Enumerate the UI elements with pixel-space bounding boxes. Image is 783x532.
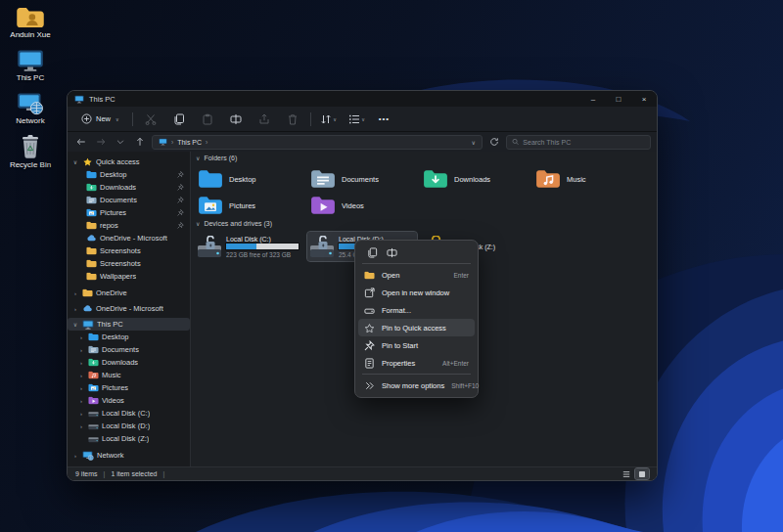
chevron-collapsed-icon[interactable]: › bbox=[77, 385, 85, 391]
capacity-bar bbox=[226, 244, 299, 249]
chevron-collapsed-icon[interactable]: › bbox=[77, 334, 85, 340]
sidebar-item-this-pc[interactable]: ∨ This PC bbox=[68, 318, 190, 331]
sidebar-item-onedrive-microsoft-qa[interactable]: OneDrive - Microsoft bbox=[68, 232, 190, 244]
chevron-collapsed-icon[interactable]: › bbox=[71, 453, 79, 459]
context-menu-item-pin-to-start[interactable]: Pin to Start bbox=[358, 336, 475, 354]
chevron-collapsed-icon[interactable]: › bbox=[77, 423, 85, 429]
folder-tile-downloads[interactable]: Downloads bbox=[420, 166, 530, 192]
search-input[interactable] bbox=[523, 139, 645, 146]
sidebar-item-pc-music[interactable]: › Music bbox=[68, 369, 190, 381]
details-view-button[interactable] bbox=[620, 468, 633, 479]
share-button[interactable] bbox=[253, 111, 275, 128]
sidebar-item-repos[interactable]: repos bbox=[68, 219, 190, 232]
forward-button[interactable] bbox=[93, 134, 109, 150]
context-menu-item-format[interactable]: Format... bbox=[358, 301, 475, 319]
chevron-expanded-icon[interactable]: ∨ bbox=[196, 220, 200, 227]
copy-button[interactable] bbox=[168, 111, 190, 128]
more-options-button[interactable]: ••• bbox=[375, 114, 393, 123]
desktop-icon-recycle-bin[interactable]: Recycle Bin bbox=[4, 134, 57, 170]
sidebar-item-screenshots-2[interactable]: Screenshots bbox=[68, 257, 190, 270]
sidebar-item-local-disk-z[interactable]: Local Disk (Z:) bbox=[68, 432, 190, 445]
sidebar-item-desktop[interactable]: Desktop bbox=[68, 168, 190, 181]
folder-tile-documents[interactable]: Documents bbox=[307, 166, 417, 192]
folder-tile-desktop[interactable]: Desktop bbox=[195, 166, 304, 192]
chevron-collapsed-icon[interactable]: › bbox=[71, 306, 79, 312]
sidebar-item-local-disk-c[interactable]: › Local Disk (C:) bbox=[68, 407, 190, 420]
sidebar-item-pc-pictures[interactable]: › Pictures bbox=[68, 381, 190, 394]
breadcrumb-this-pc[interactable]: This PC bbox=[177, 139, 202, 146]
folders-section-header[interactable]: ∨ Folders (6) bbox=[196, 155, 237, 161]
new-button[interactable]: New ∨ bbox=[75, 111, 125, 127]
folder-icon bbox=[86, 170, 97, 179]
recent-locations-button[interactable] bbox=[113, 134, 128, 150]
sidebar-item-pc-downloads[interactable]: › Downloads bbox=[68, 356, 190, 369]
chevron-collapsed-icon[interactable]: › bbox=[77, 398, 85, 404]
sort-button[interactable]: ∨ bbox=[318, 111, 340, 128]
minimize-button[interactable]: – bbox=[580, 91, 606, 107]
context-menu: Open Enter Open in new window Format... … bbox=[354, 240, 479, 398]
folder-tile-music[interactable]: Music bbox=[532, 166, 642, 192]
sidebar-item-quick-access[interactable]: ∨ Quick access bbox=[68, 155, 190, 168]
folder-download-icon bbox=[86, 183, 97, 192]
sidebar-item-screenshots-1[interactable]: Screenshots bbox=[68, 244, 190, 257]
sidebar-item-onedrive[interactable]: › OneDrive bbox=[68, 287, 190, 299]
sidebar-item-pc-documents[interactable]: › Documents bbox=[68, 343, 190, 356]
up-button[interactable] bbox=[132, 134, 148, 150]
rename-icon[interactable] bbox=[387, 247, 397, 258]
folder-tile-videos[interactable]: Videos bbox=[307, 193, 417, 218]
folder-icon bbox=[88, 332, 99, 341]
title-bar[interactable]: This PC – □ × bbox=[68, 91, 657, 107]
desktop-icon-this-pc[interactable]: This PC bbox=[4, 49, 57, 83]
paste-button[interactable] bbox=[197, 111, 218, 128]
chevron-collapsed-icon[interactable]: › bbox=[77, 347, 85, 353]
chevron-collapsed-icon[interactable]: › bbox=[77, 360, 85, 366]
drive-tile-local-disk-c[interactable]: Local Disk (C:) 223 GB free of 323 GB bbox=[195, 232, 304, 261]
breadcrumb[interactable]: › This PC › ∨ bbox=[152, 135, 483, 150]
share-icon bbox=[258, 113, 270, 125]
sidebar-item-documents[interactable]: Documents bbox=[68, 194, 190, 206]
refresh-button[interactable] bbox=[486, 134, 502, 150]
chevron-collapsed-icon[interactable]: › bbox=[77, 373, 85, 378]
chevron-collapsed-icon[interactable]: › bbox=[71, 290, 79, 296]
sidebar-item-pc-desktop[interactable]: › Desktop bbox=[68, 331, 190, 343]
context-menu-item-properties[interactable]: Properties Alt+Enter bbox=[358, 354, 475, 372]
context-menu-item-open[interactable]: Open Enter bbox=[358, 266, 475, 284]
sidebar-item-local-disk-d[interactable]: › Local Disk (D:) bbox=[68, 420, 190, 432]
rename-button[interactable] bbox=[225, 111, 247, 128]
context-menu-item-show-more-options[interactable]: Show more options Shift+F10 bbox=[358, 377, 475, 394]
user-folder-icon bbox=[16, 6, 45, 29]
sidebar-item-onedrive-microsoft[interactable]: › OneDrive - Microsoft bbox=[68, 302, 190, 315]
sidebar-item-pc-videos[interactable]: › Videos bbox=[68, 394, 190, 407]
chevron-expanded-icon[interactable]: ∨ bbox=[71, 321, 79, 328]
chevron-expanded-icon[interactable]: ∨ bbox=[71, 158, 79, 165]
desktop-icon-user-folder[interactable]: Anduin Xue bbox=[4, 6, 57, 40]
address-dropdown-icon[interactable]: ∨ bbox=[472, 139, 476, 146]
sidebar-item-wallpapers[interactable]: Wallpapers bbox=[68, 270, 190, 283]
sidebar-item-pictures[interactable]: Pictures bbox=[68, 206, 190, 219]
new-button-label: New bbox=[96, 114, 111, 123]
context-menu-item-open-new-window[interactable]: Open in new window bbox=[358, 284, 475, 301]
rename-icon bbox=[230, 113, 242, 125]
delete-button[interactable] bbox=[282, 111, 303, 128]
search-box[interactable] bbox=[506, 135, 651, 150]
folder-download-icon bbox=[423, 169, 448, 189]
copy-icon[interactable] bbox=[367, 247, 378, 258]
desktop-icon-network[interactable]: Network bbox=[4, 92, 57, 126]
back-button[interactable] bbox=[73, 134, 89, 150]
large-icons-view-button[interactable] bbox=[635, 468, 649, 479]
view-button[interactable]: ∨ bbox=[346, 111, 368, 128]
folder-pictures-icon bbox=[88, 383, 99, 392]
drives-section-header[interactable]: ∨ Devices and drives (3) bbox=[196, 220, 272, 227]
window-controls: – □ × bbox=[580, 91, 657, 107]
chevron-collapsed-icon[interactable]: › bbox=[77, 411, 85, 417]
folder-tile-pictures[interactable]: Pictures bbox=[195, 193, 304, 218]
folder-music-icon bbox=[535, 169, 561, 189]
chevron-expanded-icon[interactable]: ∨ bbox=[196, 155, 200, 161]
this-pc-icon bbox=[82, 320, 94, 330]
close-button[interactable]: × bbox=[631, 91, 657, 107]
sidebar-item-downloads[interactable]: Downloads bbox=[68, 181, 190, 194]
sidebar-item-network[interactable]: › Network bbox=[68, 449, 190, 462]
context-menu-item-pin-quick-access[interactable]: Pin to Quick access bbox=[358, 319, 475, 336]
cut-button[interactable] bbox=[140, 111, 161, 128]
maximize-button[interactable]: □ bbox=[606, 91, 631, 107]
